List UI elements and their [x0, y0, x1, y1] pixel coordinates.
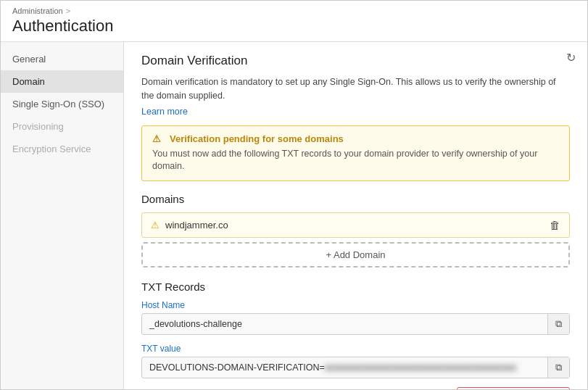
domains-section: Domains ⚠ windjammer.co 🗑 + Add Domain — [141, 193, 570, 267]
copy-icon: ⧉ — [555, 318, 562, 329]
txt-records-section: TXT Records Host Name ⧉ TXT value DEVOLU… — [141, 281, 570, 390]
domain-row: ⚠ windjammer.co 🗑 — [141, 212, 570, 238]
host-name-field: ⧉ — [141, 313, 570, 335]
host-name-copy-button[interactable]: ⧉ — [547, 314, 569, 334]
regenerate-txt-button[interactable]: Regenerate TXT Value — [457, 387, 570, 390]
txt-value-display: DEVOLUTIONS-DOMAIN-VERIFICATION=●●●●●●●●… — [142, 357, 547, 378]
warning-banner: ⚠ Verification pending for some domains … — [141, 125, 570, 181]
sidebar-item-sso[interactable]: Single Sign-On (SSO) — [1, 93, 123, 115]
breadcrumb-parent: Administration — [12, 7, 63, 15]
learn-more-link[interactable]: Learn more — [141, 107, 188, 117]
domain-name: windjammer.co — [165, 220, 228, 231]
page-title: Authentication — [1, 15, 587, 41]
add-domain-button[interactable]: + Add Domain — [141, 242, 570, 267]
sidebar: General Domain Single Sign-On (SSO) Prov… — [1, 42, 124, 389]
warning-icon: ⚠ — [152, 133, 164, 145]
txt-value-copy-button[interactable]: ⧉ — [547, 357, 569, 378]
main-content: ↻ Domain Verification Domain verificatio… — [124, 42, 587, 389]
delete-domain-button[interactable]: 🗑 — [550, 219, 560, 231]
copy-icon-2: ⧉ — [555, 362, 562, 373]
warning-title: ⚠ Verification pending for some domains — [152, 133, 559, 145]
txt-value-label: TXT value — [141, 344, 570, 354]
domain-verification-title: Domain Verification — [141, 54, 570, 68]
sidebar-item-provisioning: Provisioning — [1, 115, 123, 138]
domain-pending-icon: ⚠ — [151, 220, 160, 231]
txt-records-title: TXT Records — [141, 281, 570, 293]
refresh-button[interactable]: ↻ — [566, 51, 576, 65]
domain-verification-description: Domain verification is mandatory to set … — [141, 75, 570, 103]
breadcrumb-separator: > — [66, 7, 70, 15]
host-name-label: Host Name — [141, 300, 570, 310]
txt-value-blurred: ●●●●●●●●●●●●●●●●●●●●●●●●●●●●●●●●●●● — [325, 362, 516, 373]
domains-title: Domains — [141, 193, 570, 205]
sidebar-item-general[interactable]: General — [1, 48, 123, 70]
breadcrumb: Administration > — [12, 7, 576, 15]
sidebar-item-domain[interactable]: Domain — [1, 70, 123, 93]
refresh-icon: ↻ — [566, 51, 576, 64]
txt-value-field: DEVOLUTIONS-DOMAIN-VERIFICATION=●●●●●●●●… — [141, 357, 570, 378]
warning-text: You must now add the following TXT recor… — [152, 148, 559, 173]
host-name-input[interactable] — [142, 314, 547, 334]
sidebar-item-encryption: Encryption Service — [1, 138, 123, 160]
